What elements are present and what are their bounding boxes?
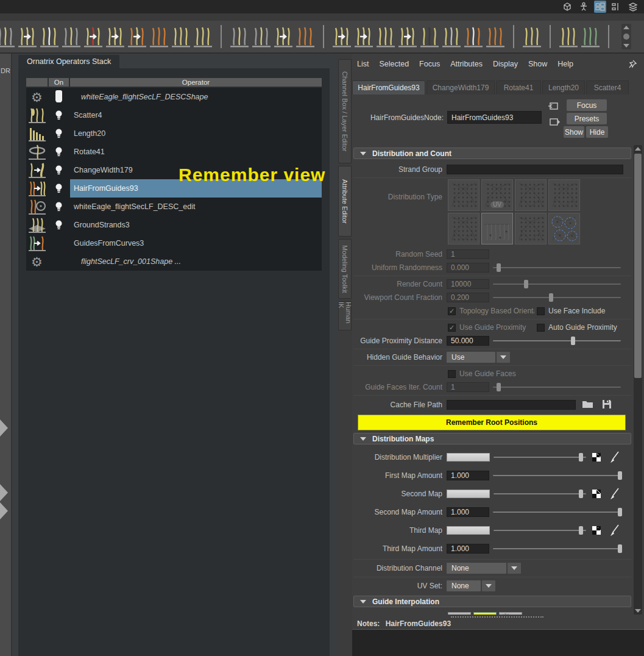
wave-strands-icon[interactable]	[171, 24, 191, 49]
dropdown-arrow-icon[interactable]	[482, 580, 495, 591]
cache-file-path-input[interactable]	[447, 400, 576, 410]
curly-plant-icon[interactable]	[522, 24, 542, 49]
export-folder-icon[interactable]	[441, 24, 462, 49]
presets-button[interactable]: Presets	[567, 113, 607, 124]
topology-based-orient-checkbox[interactable]: ✓	[448, 307, 456, 315]
operator-name[interactable]: Scatter4	[70, 106, 322, 124]
attribute-scrollbar[interactable]	[634, 145, 642, 615]
guide-faces-iter-count-input[interactable]: 1	[447, 382, 489, 392]
scroll-down-icon[interactable]	[635, 609, 641, 613]
operator-row[interactable]: GuidesFromCurves3	[26, 234, 322, 252]
operator-name[interactable]: whiteEagle_flightSecLF_DESC_edit	[70, 198, 322, 216]
dropdown-arrow-icon[interactable]	[497, 352, 510, 363]
section-guide-interpolation[interactable]: Guide Interpolation	[353, 596, 631, 607]
guides-from-hair-icon[interactable]	[331, 24, 352, 49]
shadow-strands-icon[interactable]	[419, 24, 440, 49]
hidden-guide-behavior-select[interactable]: Use	[447, 352, 495, 363]
pin-panel-icon[interactable]	[628, 60, 637, 70]
shelf-scroll-knob[interactable]	[623, 34, 629, 40]
dist-type-vertices[interactable]	[548, 179, 580, 211]
section-distribution-maps[interactable]: Distribution Maps	[353, 433, 631, 444]
length-strands-icon[interactable]	[17, 24, 38, 49]
use-guide-proximity-checkbox[interactable]: ✓	[448, 324, 456, 332]
render-count-input[interactable]: 10000	[447, 279, 489, 289]
viewport-count-fraction-slider[interactable]	[493, 293, 621, 302]
ground-strands-icon[interactable]	[61, 24, 82, 49]
detail-strands-icon[interactable]	[39, 24, 60, 49]
second-map-slider[interactable]	[494, 490, 586, 498]
dist-type-dense-dots[interactable]	[448, 213, 479, 244]
menu-focus[interactable]: Focus	[419, 60, 440, 68]
guide-proximity-distance-input[interactable]: 50.000	[447, 336, 489, 346]
menu-attributes[interactable]: Attributes	[450, 60, 483, 68]
first-map-amount-slider[interactable]	[493, 471, 622, 480]
operator-name[interactable]: Length20	[70, 124, 322, 143]
random-seed-input[interactable]: 1	[447, 249, 489, 259]
visibility-bulb-icon[interactable]	[55, 129, 63, 139]
panel-expand-arrow-icon[interactable]	[0, 419, 8, 437]
operator-row[interactable]: ⚙flightSecLF_crv_001Shape ...	[26, 252, 322, 271]
dropdown-arrow-icon[interactable]	[508, 563, 521, 574]
browse-folder-icon[interactable]	[582, 399, 593, 410]
operator-row[interactable]: Length20	[26, 124, 322, 143]
tab-ornatrix-operators-stack[interactable]: Ornatrix Operators Stack	[18, 55, 119, 68]
third-map-amount-slider[interactable]	[493, 544, 622, 553]
tab-changewidth179[interactable]: ChangeWidth179	[426, 80, 495, 94]
viewport-count-fraction-input[interactable]: 0.200	[447, 293, 489, 302]
tab-channel-box-layer-editor[interactable]: Channel Box / Layer Editor	[338, 59, 352, 163]
tab-hairfromguides93[interactable]: HairFromGuides93	[352, 80, 425, 94]
tab-modeling-toolkit[interactable]: Modeling Toolkit	[338, 239, 352, 299]
visibility-bulb-icon[interactable]	[55, 220, 63, 230]
hide-button[interactable]: Hide	[586, 126, 608, 138]
guide-selection-nearest[interactable]	[448, 612, 471, 615]
operator-name[interactable]: flightSecLF_crv_001Shape ...	[70, 252, 322, 271]
menu-display[interactable]: Display	[493, 60, 518, 68]
layer-stack-icon[interactable]	[627, 1, 639, 13]
operator-name[interactable]: GroundStrands3	[70, 216, 322, 234]
comb-strands-icon[interactable]	[193, 24, 213, 49]
scrollbar-thumb[interactable]	[634, 154, 642, 378]
operator-name[interactable]: GuidesFromCurves3	[70, 234, 322, 252]
lift-strands-icon[interactable]	[273, 24, 294, 49]
menu-help[interactable]: Help	[557, 60, 573, 68]
panel-expand-arrow-icon[interactable]	[0, 484, 8, 501]
operator-row[interactable]: Rotate41	[26, 143, 322, 161]
visibility-bulb-icon[interactable]	[55, 147, 63, 157]
second-map-amount-input[interactable]: 1.000	[447, 507, 489, 517]
operator-name[interactable]: whiteEagle_flightSecLF_DESCShape	[70, 88, 322, 106]
dist-type-even-dots[interactable]	[448, 179, 479, 211]
operator-row[interactable]: GroundStrands3	[26, 216, 322, 234]
character-controls-icon[interactable]	[578, 1, 590, 13]
distribution-channel-select[interactable]: None	[447, 563, 506, 574]
menu-selected[interactable]: Selected	[379, 60, 409, 68]
frizz-strands-icon[interactable]	[127, 24, 147, 49]
third-map-slider[interactable]	[494, 526, 586, 535]
use-guide-faces-checkbox[interactable]	[448, 370, 456, 378]
save-strands-icon[interactable]	[463, 24, 484, 49]
save-cache-icon[interactable]	[602, 399, 612, 411]
uniform-randomness-slider[interactable]	[493, 263, 621, 272]
dist-type-proximity-circles[interactable]	[548, 213, 580, 244]
add-strands-icon[interactable]	[397, 24, 418, 49]
menu-list[interactable]: List	[357, 60, 369, 68]
funnel-strands-icon[interactable]	[295, 24, 316, 49]
first-map-amount-input[interactable]: 1.000	[447, 471, 489, 480]
dist-type-guides[interactable]	[481, 213, 513, 244]
shelf-scroll-up-icon[interactable]	[623, 26, 629, 29]
visibility-bulb-icon[interactable]	[55, 165, 63, 176]
second-map-amount-slider[interactable]	[493, 508, 622, 516]
guide-faces-iter-count-slider[interactable]	[493, 383, 621, 391]
menu-show[interactable]: Show	[528, 60, 547, 68]
operator-row[interactable]: Scatter4	[26, 106, 322, 124]
curl-strands-icon[interactable]	[149, 24, 169, 49]
visibility-bulb-icon[interactable]	[55, 184, 63, 194]
third-map-amount-input[interactable]: 1.000	[447, 544, 489, 554]
dist-type-uv-dots[interactable]: UV	[481, 179, 513, 211]
operator-name[interactable]: Rotate41	[70, 143, 322, 161]
visibility-bulb-icon[interactable]	[55, 202, 63, 212]
branch-strands-icon[interactable]	[353, 24, 374, 49]
uv-set-select[interactable]: None	[447, 580, 481, 591]
tab-attribute-editor[interactable]: Attribute Editor	[338, 166, 352, 237]
braid-strands-icon[interactable]	[485, 24, 506, 49]
show-button[interactable]: Show	[564, 126, 584, 138]
